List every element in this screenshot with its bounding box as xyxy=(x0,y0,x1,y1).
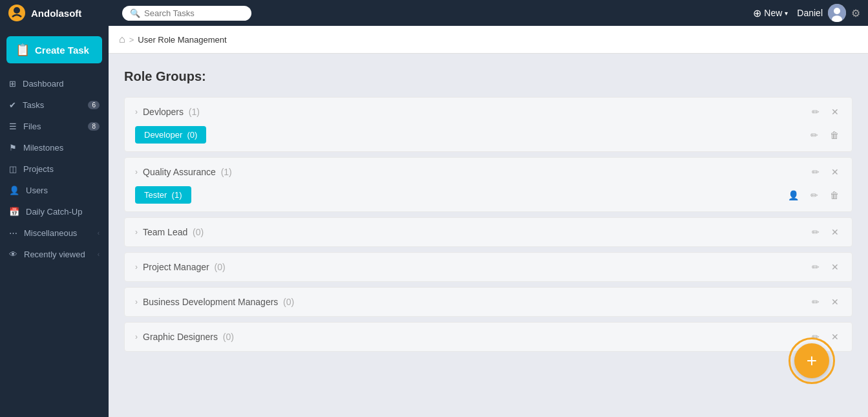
edit-developer-tag-button[interactable]: ✏ xyxy=(808,129,821,142)
main-layout: 📋 Create Task ⊞ Dashboard ✔ Tasks 6 ☰ Fi… xyxy=(0,26,868,417)
chevron-right-pm: › xyxy=(135,262,138,272)
breadcrumb-current: User Role Management xyxy=(138,35,226,45)
role-tag-developer[interactable]: Developer (0) xyxy=(135,126,206,144)
sidebar-item-tasks[interactable]: ✔ Tasks 6 xyxy=(0,95,109,115)
role-group-qa: › Quality Assurance (1) ✏ ✕ Tester (1) 👤… xyxy=(124,157,852,212)
avatar-image xyxy=(828,4,846,22)
new-button[interactable]: ⊕ New ▾ xyxy=(753,7,788,19)
edit-gd-button[interactable]: ✏ xyxy=(809,330,822,343)
home-icon[interactable]: ⌂ xyxy=(119,34,125,45)
chevron-right-bdm: › xyxy=(135,297,138,306)
tag-actions-developer: ✏ 🗑 xyxy=(808,129,842,142)
chevron-left-icon: ‹ xyxy=(98,230,100,237)
page-content: Role Groups: › Devlopers (1) ✏ ✕ Develop… xyxy=(109,54,868,417)
delete-team-lead-button[interactable]: ✕ xyxy=(829,226,842,239)
rg-actions-devlopers: ✏ ✕ xyxy=(809,105,842,118)
sidebar-item-projects[interactable]: ◫ Projects xyxy=(0,159,109,179)
logo-icon xyxy=(8,4,26,22)
chevron-right-gd: › xyxy=(135,332,138,341)
delete-developer-tag-button[interactable]: 🗑 xyxy=(827,129,842,142)
delete-gd-button[interactable]: ✕ xyxy=(829,330,842,343)
daily-catchup-icon: 📅 xyxy=(9,207,19,217)
role-group-bdm-header[interactable]: › Business Development Managers (0) ✏ ✕ xyxy=(125,288,852,316)
role-group-project-manager: › Project Manager (0) ✏ ✕ xyxy=(124,252,852,282)
sidebar-item-daily-catchup[interactable]: 📅 Daily Catch-Up xyxy=(0,202,109,222)
eye-icon: 👁 xyxy=(9,250,17,259)
sidebar-item-recently-viewed[interactable]: 👁 Recently viewed ‹ xyxy=(0,244,109,264)
role-group-graphic-designers: › Graphic Designers (0) ✏ ✕ xyxy=(124,322,852,352)
sidebar-item-milestones[interactable]: ⚑ Milestones xyxy=(0,138,109,158)
misc-icon: ⋯ xyxy=(9,228,17,238)
delete-tester-tag-button[interactable]: 🗑 xyxy=(827,189,842,202)
dashboard-icon: ⊞ xyxy=(9,79,16,89)
topnav: Andolasoft 🔍 ⊕ New ▾ Daniel ⚙ xyxy=(0,0,868,26)
chevron-right-team-lead: › xyxy=(135,228,138,237)
breadcrumb: ⌂ > User Role Management xyxy=(109,26,868,54)
plus-circle-icon: ⊕ xyxy=(753,7,761,19)
sidebar: 📋 Create Task ⊞ Dashboard ✔ Tasks 6 ☰ Fi… xyxy=(0,26,109,417)
edit-tester-tag-button[interactable]: ✏ xyxy=(808,189,821,202)
task-icon: 📋 xyxy=(16,43,30,57)
search-box[interactable]: 🔍 xyxy=(122,6,251,21)
role-group-qa-header[interactable]: › Quality Assurance (1) ✏ ✕ xyxy=(125,158,852,186)
edit-devlopers-button[interactable]: ✏ xyxy=(809,105,822,118)
page-title: Role Groups: xyxy=(124,69,852,84)
sidebar-item-files[interactable]: ☰ Files 8 xyxy=(0,116,109,136)
user-tester-button[interactable]: 👤 xyxy=(785,189,801,202)
breadcrumb-separator: > xyxy=(129,35,134,45)
tasks-icon: ✔ xyxy=(9,100,16,110)
milestones-icon: ⚑ xyxy=(9,143,17,153)
svg-point-1 xyxy=(14,7,20,14)
role-group-gd-header[interactable]: › Graphic Designers (0) ✏ ✕ xyxy=(125,323,852,351)
avatar xyxy=(828,4,846,22)
delete-pm-button[interactable]: ✕ xyxy=(829,261,842,273)
logo-text: Andolasoft xyxy=(31,8,81,19)
search-icon: 🔍 xyxy=(130,8,140,18)
add-fab-button[interactable]: + xyxy=(794,343,829,378)
sidebar-item-miscellaneous[interactable]: ⋯ Miscellaneous ‹ xyxy=(0,223,109,243)
topnav-right: ⊕ New ▾ Daniel ⚙ xyxy=(753,4,860,22)
role-group-devlopers-body: Developer (0) ✏ 🗑 xyxy=(125,126,852,151)
logo-area: Andolasoft xyxy=(8,4,114,22)
svg-point-3 xyxy=(834,8,840,14)
delete-qa-button[interactable]: ✕ xyxy=(829,166,842,178)
chevron-down-qa: › xyxy=(135,167,138,176)
create-task-button[interactable]: 📋 Create Task xyxy=(6,36,102,63)
sidebar-item-users[interactable]: 👤 Users xyxy=(0,180,109,200)
delete-devlopers-button[interactable]: ✕ xyxy=(829,105,842,118)
edit-qa-button[interactable]: ✏ xyxy=(809,166,822,178)
sidebar-nav: ⊞ Dashboard ✔ Tasks 6 ☰ Files 8 ⚑ Milest… xyxy=(0,74,109,264)
role-group-devlopers-header[interactable]: › Devlopers (1) ✏ ✕ xyxy=(125,98,852,126)
role-group-team-lead-header[interactable]: › Team Lead (0) ✏ ✕ xyxy=(125,218,852,246)
fab-container: + xyxy=(794,343,829,378)
role-group-bdm: › Business Development Managers (0) ✏ ✕ xyxy=(124,287,852,317)
chevron-down-devlopers: › xyxy=(135,107,138,116)
edit-pm-button[interactable]: ✏ xyxy=(809,261,822,273)
chevron-down-icon: ▾ xyxy=(785,10,788,17)
edit-bdm-button[interactable]: ✏ xyxy=(809,295,822,308)
tag-actions-tester: 👤 ✏ 🗑 xyxy=(785,189,842,202)
role-group-team-lead: › Team Lead (0) ✏ ✕ xyxy=(124,217,852,247)
content-area: ⌂ > User Role Management Role Groups: › … xyxy=(109,26,868,417)
rg-actions-bdm: ✏ ✕ xyxy=(809,295,842,308)
edit-team-lead-button[interactable]: ✏ xyxy=(809,226,822,239)
sidebar-item-dashboard[interactable]: ⊞ Dashboard xyxy=(0,74,109,94)
users-icon: 👤 xyxy=(9,186,19,195)
files-icon: ☰ xyxy=(9,122,17,131)
delete-bdm-button[interactable]: ✕ xyxy=(829,295,842,308)
user-area: Daniel ⚙ xyxy=(797,4,860,22)
projects-icon: ◫ xyxy=(9,164,17,174)
role-group-project-manager-header[interactable]: › Project Manager (0) ✏ ✕ xyxy=(125,253,852,281)
rg-actions-qa: ✏ ✕ xyxy=(809,166,842,178)
search-input[interactable] xyxy=(144,8,244,18)
rg-actions-gd: ✏ ✕ xyxy=(809,330,842,343)
chevron-left-icon-2: ‹ xyxy=(98,251,100,258)
role-group-qa-body: Tester (1) 👤 ✏ 🗑 xyxy=(125,186,852,211)
rg-actions-pm: ✏ ✕ xyxy=(809,261,842,273)
role-tag-tester[interactable]: Tester (1) xyxy=(135,186,191,204)
role-group-devlopers: › Devlopers (1) ✏ ✕ Developer (0) ✏ 🗑 xyxy=(124,97,852,152)
rg-actions-team-lead: ✏ ✕ xyxy=(809,226,842,239)
gear-icon[interactable]: ⚙ xyxy=(851,7,860,19)
